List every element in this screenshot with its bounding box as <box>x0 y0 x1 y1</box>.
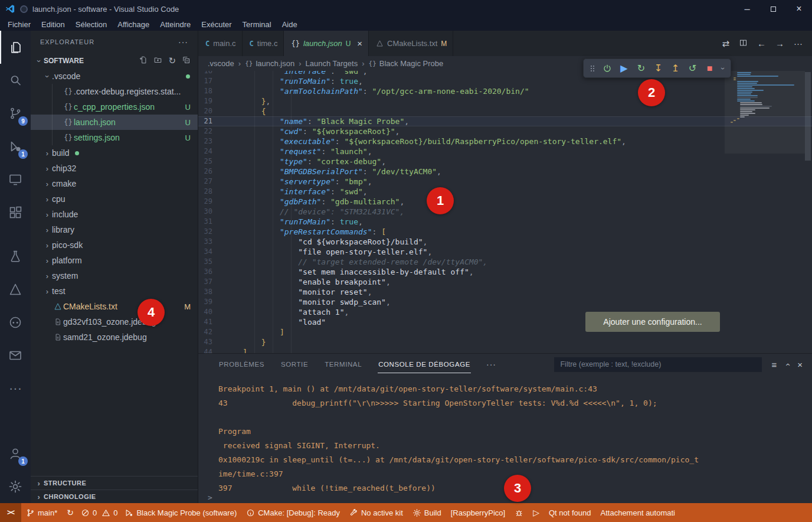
menu-aide[interactable]: Aide <box>277 20 303 29</box>
output-options-button[interactable]: ≡ <box>771 360 777 370</box>
close-panel-button[interactable]: × <box>797 360 803 370</box>
restart-session-button[interactable]: ↻ <box>633 60 649 76</box>
new-folder-button[interactable] <box>153 56 162 66</box>
status-sync[interactable]: ↻ <box>62 503 78 522</box>
activity-explorer[interactable] <box>0 31 31 64</box>
menu-atteindre[interactable]: Atteindre <box>155 20 196 29</box>
collapse-all-button[interactable] <box>182 56 191 66</box>
code-line[interactable]: 38 "monitor reset", <box>198 287 812 297</box>
navigate-back-button[interactable]: ← <box>757 38 766 48</box>
menu-affichage[interactable]: Affichage <box>112 20 155 29</box>
restart-button[interactable]: ↺ <box>685 60 700 76</box>
status-build[interactable]: Build <box>408 503 446 522</box>
close-button[interactable]: × <box>786 0 812 18</box>
code-line[interactable]: 32 "preRestartCommands": [ <box>198 227 812 237</box>
tree-item-pico-sdk[interactable]: ›pico-sdk <box>31 237 198 253</box>
tree-item-system[interactable]: ›system <box>31 268 198 283</box>
tree-item-build[interactable]: ›build <box>31 145 198 161</box>
tree-item-cpu[interactable]: ›cpu <box>31 191 198 207</box>
refresh-button[interactable]: ↻ <box>168 56 176 66</box>
scrollbar-thumb[interactable] <box>805 72 811 161</box>
split-editor-button[interactable] <box>739 38 748 49</box>
tree-item-platform[interactable]: ›platform <box>31 253 198 268</box>
tree-item-cortex-debug-registers-stat[interactable]: {}.cortex-debug.registers.stat... <box>31 84 198 99</box>
code-line[interactable]: 33 "cd ${workspaceRoot}/build", <box>198 237 812 247</box>
status-branch[interactable]: main* <box>21 503 62 522</box>
code-line[interactable]: 40 "attach 1", <box>198 307 812 317</box>
tree-item-cmakelists-txt[interactable]: CMakeLists.txtM <box>31 299 198 314</box>
status-build-variant[interactable]: [RaspberryPico] <box>446 503 510 522</box>
maximize-button[interactable] <box>760 0 786 18</box>
status-cmake-status[interactable]: CMake: [Debug]: Ready <box>241 503 345 522</box>
section-header-chronologie[interactable]: ›CHRONOLOGIE <box>31 490 198 503</box>
code-line[interactable]: 28 "interface": "swd", <box>198 187 812 197</box>
tree-item-launch-json[interactable]: {}launch.jsonU <box>31 115 198 130</box>
panel-tab-terminal[interactable]: TERMINAL <box>324 355 362 373</box>
open-changes-button[interactable]: ⇄ <box>722 38 729 48</box>
more-actions-button[interactable]: ··· <box>794 38 803 48</box>
stop-dropdown-button[interactable]: › <box>719 60 727 76</box>
editor-tab-launch-json[interactable]: {}launch.jsonU× <box>284 31 369 56</box>
activity-run-debug[interactable]: 1 <box>0 130 31 163</box>
code-line[interactable]: 18 "armToolchainPath": "/opt/gcc-arm-non… <box>198 86 812 96</box>
continue-button[interactable]: ▶ <box>616 60 632 76</box>
activity-additional-views[interactable]: ··· <box>0 372 31 405</box>
add-configuration-button[interactable]: Ajouter une configuration... <box>585 312 720 332</box>
tree-item-include[interactable]: ›include <box>31 207 198 222</box>
tree-item-test[interactable]: ›test <box>31 283 198 299</box>
status-errors[interactable]: 0 <box>78 503 99 522</box>
code-line[interactable]: 35 // "target extended-remote /dev/ttyAC… <box>198 257 812 267</box>
activity-accounts[interactable]: 1 <box>0 437 31 470</box>
status-qt-status[interactable]: Qt not found <box>544 503 596 522</box>
power-button[interactable] <box>599 60 615 76</box>
navigate-forward-button[interactable]: → <box>775 38 784 48</box>
activity-source-control[interactable]: 9 <box>0 97 31 130</box>
code-line[interactable]: 34 "file open-story-teller.elf", <box>198 247 812 257</box>
activity-remote-explorer[interactable] <box>0 163 31 196</box>
editor-tab-main-c[interactable]: Cmain.c <box>198 31 243 56</box>
code-line[interactable]: 27 "servertype": "bmp", <box>198 177 812 187</box>
step-out-button[interactable]: ↥ <box>667 60 683 76</box>
breadcrumb-item[interactable]: .vscode <box>208 59 234 68</box>
vertical-scrollbar[interactable] <box>804 71 812 353</box>
menu-edition[interactable]: Edition <box>36 20 70 29</box>
tree-item-samd21-ozone-jdebug[interactable]: samd21_ozone.jdebug <box>31 329 198 345</box>
debug-console-prompt[interactable]: > <box>208 493 212 502</box>
code-line[interactable]: 22 "cwd": "${workspaceRoot}", <box>198 126 812 136</box>
status-launch[interactable]: ▷ <box>528 503 544 522</box>
activity-platformio[interactable] <box>0 306 31 339</box>
activity-testing[interactable] <box>0 240 31 273</box>
code-line[interactable]: 23 "executable": "${workspaceRoot}/build… <box>198 136 812 146</box>
section-header-software[interactable]: › SOFTWARE ↻ <box>31 53 198 68</box>
activity-extensions[interactable] <box>0 196 31 229</box>
tree-item-gd32vf103-ozone-jdebug[interactable]: gd32vf103_ozone.jdebug <box>31 314 198 329</box>
tree-item-vscode[interactable]: ›.vscode <box>31 68 198 84</box>
tree-item-chip32[interactable]: ›chip32 <box>31 161 198 176</box>
activity-settings[interactable] <box>0 470 31 503</box>
editor-tab-time-c[interactable]: Ctime.c <box>243 31 284 56</box>
panel-tab-problems[interactable]: PROBLÈMES <box>218 355 265 373</box>
code-line[interactable]: 37 "enable breakpoint", <box>198 277 812 287</box>
activity-mail-view[interactable] <box>0 339 31 372</box>
maximize-panel-button[interactable]: › <box>785 360 788 370</box>
code-line[interactable]: 25 "type": "cortex-debug", <box>198 156 812 167</box>
tree-item-cmake[interactable]: ›cmake <box>31 176 198 191</box>
code-line[interactable]: 29 "gdbPath": "gdb-multiarch", <box>198 197 812 207</box>
minimize-button[interactable]: ─ <box>734 0 760 18</box>
code-line[interactable]: 26 "BMPGDBSerialPort": "/dev/ttyACM0", <box>198 167 812 177</box>
code-line[interactable]: 42 ] <box>198 327 812 337</box>
close-tab-icon[interactable]: × <box>357 38 362 48</box>
remote-indicator[interactable]: >< <box>0 503 21 522</box>
console-filter-input[interactable] <box>554 357 762 372</box>
code-line[interactable]: 21 "name": "Black Magic Probe", <box>198 116 812 126</box>
status-warnings[interactable]: 0 <box>99 503 120 522</box>
status-debug-target[interactable]: Black Magic Probe (software) <box>120 503 241 522</box>
menu-terminal[interactable]: Terminal <box>237 20 277 29</box>
tree-item-c-cpp-properties-json[interactable]: {}c_cpp_properties.jsonU <box>31 99 198 115</box>
code-line[interactable]: 30 // "device": "STM32L431VC", <box>198 207 812 217</box>
section-header-structure[interactable]: ›STRUCTURE <box>31 476 198 490</box>
breadcrumb-item[interactable]: {}Black Magic Probe <box>369 59 444 68</box>
status-auto-attach[interactable]: Attachement automati <box>596 503 680 522</box>
code-line[interactable]: 31 "runToMain": true, <box>198 217 812 227</box>
code-line[interactable]: 20 { <box>198 106 812 116</box>
